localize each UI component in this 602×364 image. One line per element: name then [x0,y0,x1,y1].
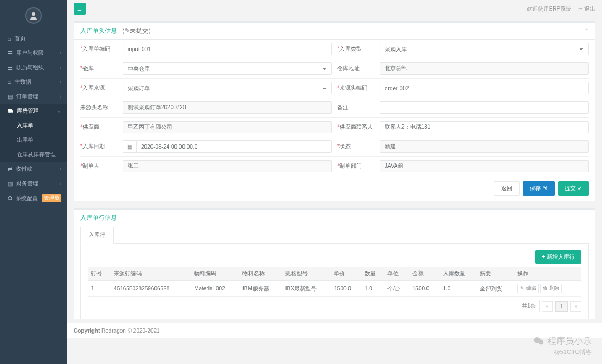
date-input[interactable] [136,140,332,153]
lines-table: 行号 来源行编码 物料编码 物料名称 规格型号 单价 数量 单位 金额 入库数量… [88,267,581,297]
sidebar-item-org[interactable]: ☰ 职员与组织‹ [0,60,67,75]
pay-icon: ⇄ [8,166,12,172]
welcome-text: 欢迎使用ERP系统 [527,5,572,13]
collapse-icon[interactable]: ⌃ [584,28,589,34]
sidebar-subitem-stock[interactable]: 仓库及库存管理 [0,147,67,162]
footer: Copyright Redragon © 2020-2021 [67,323,602,338]
data-icon: ≡ [8,79,11,85]
sidebar-toggle-button[interactable]: ≡ [74,3,86,15]
header-panel: 入库单头信息 （✎未提交） ⌃ *入库单编码 *入库类型采购入库 *仓库中央仓库… [74,21,595,201]
avatar [0,0,67,31]
lines-panel: 入库单行信息 入库行 + 新增入库行 行号 来源行编码 物料编码 物料名称 规格… [74,208,595,319]
type-select[interactable]: 采购入库 [380,43,589,55]
table-row: 1 451655028259606528 Material-002 IBM服务器… [88,281,581,297]
check-icon: ✔ [577,185,582,191]
sidebar: ⌂ 首页 ☰ 用户与权限‹ ☰ 职员与组织‹ ≡ 主数据‹ ▤ 订单管理‹ ⛟ … [0,0,67,364]
back-button[interactable]: 返回 [494,181,520,196]
maker-input [123,160,332,172]
page-prev-button[interactable]: « [542,301,553,312]
row-edit-button[interactable]: ✎ 编辑 [517,284,539,293]
srccode-input[interactable] [380,82,589,94]
sidebar-item-users[interactable]: ☰ 用户与权限‹ [0,46,67,60]
config-icon: ✿ [8,195,12,201]
header-panel-title: 入库单头信息 （✎未提交） [80,27,154,35]
page-info: 共1条 [518,300,540,312]
users-icon: ☰ [8,50,13,56]
submit-button[interactable]: 提交 ✔ [558,181,589,196]
add-line-button[interactable]: + 新增入库行 [535,250,581,264]
contact-input[interactable] [380,121,589,133]
code-input[interactable] [123,43,332,55]
sidebar-subitem-outbound[interactable]: 出库单 [0,133,67,147]
warehouse-icon: ⛟ [8,108,13,114]
save-icon: 🖫 [542,185,548,191]
page-next-button[interactable]: » [570,301,581,312]
edit-icon: ✎ [520,285,525,291]
sidebar-item-masterdata[interactable]: ≡ 主数据‹ [0,75,67,89]
sidebar-subitem-inbound[interactable]: 入库单 [0,118,67,133]
source-select[interactable]: 采购订单 [123,82,332,94]
topbar: ≡ 欢迎使用ERP系统 ⇥ 退出 [67,0,602,18]
page-number[interactable]: 1 [555,301,569,312]
calendar-icon[interactable]: ▦ [123,140,136,153]
tab-inbound-lines[interactable]: 入库行 [80,227,114,244]
dept-input [380,160,589,172]
warehouse-select[interactable]: 中央仓库 [123,62,332,75]
sidebar-item-payment[interactable]: ⇄ 收付款‹ [0,162,67,176]
logout-link[interactable]: ⇥ 退出 [578,5,595,13]
svg-point-0 [32,12,35,16]
sidebar-item-warehouse[interactable]: ⛟ 库房管理⌄ [0,104,67,118]
org-icon: ☰ [8,65,13,71]
sidebar-item-config[interactable]: ✿ 系统配置管理员 [0,191,67,206]
order-icon: ▤ [8,94,13,100]
srcname-input [123,101,332,114]
sidebar-item-finance[interactable]: ▥ 财务管理‹ [0,176,67,191]
row-delete-button[interactable]: 🗑 删除 [540,284,562,293]
finance-icon: ▥ [8,181,13,187]
addr-input [380,62,589,75]
home-icon: ⌂ [8,36,11,42]
plus-icon: + [542,254,545,260]
save-button[interactable]: 保存 🖫 [523,181,555,196]
sidebar-item-orders[interactable]: ▤ 订单管理‹ [0,89,67,104]
remark-input[interactable] [380,101,589,114]
sidebar-item-home[interactable]: ⌂ 首页 [0,31,67,46]
lines-panel-title: 入库单行信息 [80,213,117,222]
logout-icon: ⇥ [578,6,582,12]
delete-icon: 🗑 [543,285,548,291]
supplier-input [123,121,332,133]
status-input [380,140,589,153]
